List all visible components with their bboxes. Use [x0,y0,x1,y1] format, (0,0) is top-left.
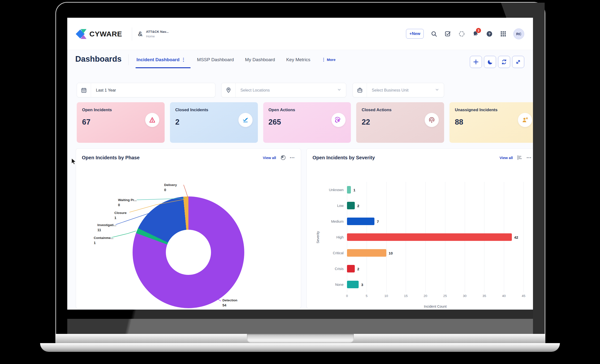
cyware-logo-icon [75,28,87,40]
bar-unknown[interactable] [347,186,351,194]
stat-label: Open Actions [269,108,346,112]
stat-label: Closed Actions [362,108,439,112]
new-button[interactable]: +New [406,29,424,39]
pie-label-containme: Containme...1 [94,235,113,245]
business-unit-placeholder: Select Business Unit [372,88,435,93]
bottom-bezel-strip [67,310,533,319]
chevron-down-icon [435,88,439,93]
tab-incident-dashboard[interactable]: Incident Dashboard⋮ [136,57,186,62]
bar-value: 2 [357,267,359,271]
bar-low[interactable] [347,202,355,209]
nav-app-subtitle: Home [146,35,169,38]
x-tick: 35 [482,294,486,298]
locations-placeholder: Select Locations [240,88,337,93]
target-alert-icon [425,113,439,127]
refresh-button[interactable] [498,56,510,68]
x-tick: 20 [424,294,427,298]
phase-chart-title: Open Incidents by Phase [82,155,263,160]
bar-none[interactable] [347,281,359,288]
locations-filter[interactable]: Select Locations [221,83,346,97]
bar-crisis[interactable] [347,265,355,272]
bar-high[interactable] [347,233,512,241]
brand-row: CYWARE & ATT&CK Nav... Home [75,28,169,41]
nav-app-title: ATT&CK Nav... [146,30,169,34]
donut-hole [166,230,211,275]
category-label: Crisis [310,267,344,271]
x-tick: 40 [502,294,506,298]
search-icon[interactable] [430,30,438,37]
x-axis-label: Incident Count [424,305,447,308]
x-tick: 45 [522,294,525,298]
pie-label-delivery: Delivery0 [164,183,177,193]
phase-view-all-link[interactable]: View all [263,156,276,160]
app-screen: CYWARE & ATT&CK Nav... Home +New [67,18,533,310]
bar-row-low: Low2 [347,198,524,214]
pie-label-detection: Detection54 [222,298,237,308]
business-unit-filter[interactable]: Select Business Unit [353,83,444,97]
phase-chart-card: Open Incidents by Phase View all ⋯ Deliv… [76,148,301,309]
stat-card-open-incidents[interactable]: Open Incidents67 [77,102,165,143]
stat-card-open-actions[interactable]: Open Actions265 [263,102,351,143]
chevron-down-icon [337,88,341,93]
phase-more-options-icon[interactable]: ⋯ [290,155,295,160]
svg-text:?: ? [488,32,490,36]
bar-value: 2 [357,204,359,208]
dashboard-toolbar [470,56,524,68]
category-label: Critical [310,251,344,255]
bar-value: 3 [361,282,363,287]
briefcase-icon [353,83,367,97]
bar-row-unknown: Unknown1 [347,182,524,198]
header-divider [132,28,132,41]
severity-bar-area: Severity 051015202530354045 Incident Cou… [307,161,533,307]
nav-app-block[interactable]: ATT&CK Nav... Home [146,30,169,38]
add-dashboard-button[interactable] [470,56,482,68]
bar-critical[interactable] [347,249,386,257]
stat-card-closed-incidents[interactable]: Closed Incidents2 [170,102,258,143]
phase-donut-chart[interactable] [132,196,244,308]
dark-mode-moon-button[interactable] [484,56,496,68]
bar-medium[interactable] [347,218,375,225]
severity-chart-card: Open Incidents by Severity View all ⋯ Se… [306,148,533,309]
notifications-bell-icon[interactable]: 3 [472,30,479,37]
stat-card-closed-actions[interactable]: Closed Actions22 [356,102,444,143]
stat-label: Unassigned Incidents [455,108,532,112]
bottom-bezel-strip-light [67,319,533,334]
tab-list: Incident Dashboard⋮MSSP DashboardMy Dash… [136,57,336,62]
tab-key-metrics[interactable]: Key Metrics [286,57,310,62]
avatar[interactable]: RC [513,28,524,39]
stat-card-unassigned-incidents[interactable]: Unassigned Incidents88 [450,102,533,143]
tabs-more-link[interactable]: ⋮More [321,57,336,62]
person-x-icon [518,113,532,127]
tab-mssp-dashboard[interactable]: MSSP Dashboard [197,57,234,62]
pie-chart-icon[interactable] [280,154,287,161]
bar-chart-icon[interactable] [516,154,524,161]
x-axis-ticks: 051015202530354045 [347,294,524,299]
severity-more-options-icon[interactable]: ⋯ [526,155,532,160]
bar-row-none: None3 [347,277,524,292]
help-icon[interactable]: ? [486,30,493,37]
x-tick: 15 [404,294,408,298]
app-header: CYWARE & ATT&CK Nav... Home +New [67,18,533,50]
tab-my-dashboard[interactable]: My Dashboard [245,57,275,62]
mouse-cursor [71,158,77,166]
ampersand-icon: & [138,30,143,38]
tasks-checkbox-icon[interactable] [444,30,451,37]
notification-badge: 3 [476,28,481,33]
category-label: Medium [310,220,344,224]
stat-cards-row: Open Incidents67Closed Incidents2Open Ac… [77,102,533,143]
apps-grid-icon[interactable] [499,30,507,37]
calendar-icon [77,83,91,97]
phase-donut-area: Delivery0Waiting Pr...0Closure1Investiga… [76,161,301,307]
dashed-circle-icon[interactable] [458,30,465,37]
tab-options-kebab-icon[interactable]: ⋮ [181,57,186,62]
category-label: Low [310,204,344,208]
bar-row-crisis: Crisis2 [347,261,524,277]
pie-label-waiting-pr: Waiting Pr...0 [118,198,137,208]
bar-value: 10 [389,251,393,255]
date-range-filter[interactable]: Last 1 Year [77,83,215,97]
severity-view-all-link[interactable]: View all [499,156,513,160]
stat-label: Closed Incidents [175,108,253,112]
bar-row-medium: Medium7 [347,214,524,229]
fullscreen-expand-button[interactable] [512,56,524,68]
x-tick: 25 [443,294,447,298]
